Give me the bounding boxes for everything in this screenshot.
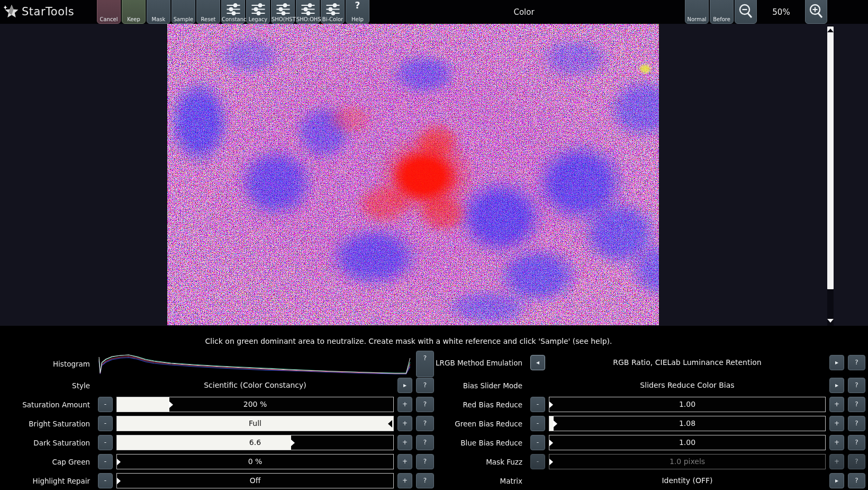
- scroll-down-icon[interactable]: [827, 319, 834, 323]
- increment-button[interactable]: +: [397, 473, 412, 488]
- toolbar-button-sho-hst[interactable]: SHO(HST): [271, 0, 295, 24]
- left-parameter-panel: Histogram ? StyleScientific (Color Const…: [0, 351, 434, 490]
- increment-button[interactable]: +: [397, 435, 412, 450]
- prev-option-button[interactable]: ◂: [530, 355, 545, 370]
- increment-button[interactable]: +: [397, 416, 412, 431]
- toolbar-button-constancy[interactable]: Constancy: [221, 0, 245, 24]
- toolbar-button-bi-color[interactable]: Bi-Color: [321, 0, 345, 24]
- decrement-button[interactable]: -: [530, 416, 545, 431]
- before-button-label: Before: [710, 16, 733, 22]
- toolbar-button-keep[interactable]: Keep: [122, 0, 146, 24]
- help-button[interactable]: ?: [848, 397, 865, 412]
- row-label: Style: [0, 381, 94, 390]
- help-button[interactable]: ?: [416, 435, 434, 450]
- slider-bright-saturation[interactable]: Full: [116, 416, 394, 431]
- module-title: Color: [476, 7, 572, 17]
- star-logo-icon: [4, 4, 20, 20]
- left-row-cap-green: Cap Green-0 %+?: [0, 454, 434, 469]
- toolbar-button-reset[interactable]: Reset: [196, 0, 220, 24]
- right-rows: LRGB Method Emulation◂RGB Ratio, CIELab …: [434, 355, 868, 488]
- slider-value: 1.08: [549, 416, 825, 431]
- toolbar-button-label: Help: [346, 16, 369, 22]
- help-button[interactable]: ?: [416, 416, 434, 431]
- slider-highlight-repair[interactable]: Off: [116, 473, 394, 488]
- select-lrgb-method-emulation[interactable]: RGB Ratio, CIELab Luminance Retention: [549, 355, 826, 370]
- zoom-out-button[interactable]: [735, 0, 757, 24]
- image-viewport: [0, 24, 868, 326]
- scroll-up-icon[interactable]: [827, 29, 834, 32]
- before-button[interactable]: Before: [710, 0, 734, 24]
- toolbar-button-sho-ohs[interactable]: SHO:OHS: [296, 0, 320, 24]
- sliders-icon: [326, 3, 340, 17]
- left-rows: StyleScientific (Color Constancy)▸?Satur…: [0, 378, 434, 488]
- help-button[interactable]: ?: [848, 378, 865, 393]
- row-label: Bias Slider Mode: [434, 381, 527, 390]
- question-icon: ?: [346, 0, 369, 11]
- help-button[interactable]: ?: [848, 473, 865, 488]
- preview-image[interactable]: [167, 24, 659, 325]
- increment-button[interactable]: +: [397, 397, 412, 412]
- row-label: Red Bias Reduce: [434, 400, 527, 409]
- slider-dark-saturation[interactable]: 6.6: [116, 435, 394, 450]
- next-option-button[interactable]: ▸: [397, 378, 412, 393]
- increment-button[interactable]: +: [829, 416, 844, 431]
- decrement-button[interactable]: -: [98, 416, 113, 431]
- increment-button[interactable]: +: [829, 435, 844, 450]
- help-button[interactable]: ?: [848, 355, 865, 370]
- normal-button[interactable]: Normal: [685, 0, 709, 24]
- help-button[interactable]: ?: [416, 397, 434, 412]
- slider-green-bias-reduce[interactable]: 1.08: [549, 416, 826, 431]
- toolbar-button-label: Legacy: [247, 16, 269, 22]
- noise-texture-overlay: [167, 24, 659, 325]
- help-button[interactable]: ?: [848, 416, 865, 431]
- vertical-scrollbar[interactable]: [827, 25, 834, 326]
- slider-saturation-amount[interactable]: 200 %: [116, 397, 394, 412]
- slider-blue-bias-reduce[interactable]: 1.00: [549, 435, 826, 450]
- slider-cap-green[interactable]: 0 %: [116, 454, 394, 469]
- toolbar-button-label: Keep: [122, 16, 145, 22]
- help-button[interactable]: ?: [416, 454, 434, 469]
- decrement-button[interactable]: -: [530, 454, 545, 469]
- scrollbar-thumb[interactable]: [827, 26, 834, 289]
- slider-value: 200 %: [117, 397, 393, 412]
- decrement-button[interactable]: -: [98, 454, 113, 469]
- toolbar-button-mask[interactable]: Mask: [147, 0, 170, 24]
- zoom-in-icon: [808, 3, 824, 21]
- select-matrix[interactable]: Identity (OFF): [549, 473, 826, 488]
- slider-mask-fuzz[interactable]: 1.0 pixels: [549, 454, 826, 469]
- decrement-button[interactable]: -: [98, 397, 113, 412]
- increment-button[interactable]: +: [829, 454, 844, 469]
- zoom-in-button[interactable]: [805, 0, 827, 24]
- sliders-icon: [276, 3, 290, 17]
- select-style[interactable]: Scientific (Color Constancy): [116, 378, 394, 393]
- slider-red-bias-reduce[interactable]: 1.00: [549, 397, 826, 412]
- next-option-button[interactable]: ▸: [829, 355, 844, 370]
- toolbar-button-cancel[interactable]: Cancel: [97, 0, 121, 24]
- help-button[interactable]: ?: [848, 454, 865, 469]
- help-button[interactable]: ?: [416, 378, 434, 393]
- toolbar-button-legacy[interactable]: Legacy: [246, 0, 270, 24]
- decrement-button[interactable]: -: [530, 435, 545, 450]
- sliders-icon: [301, 3, 315, 17]
- sliders-icon: [251, 3, 265, 17]
- decrement-button[interactable]: -: [98, 435, 113, 450]
- select-bias-slider-mode[interactable]: Sliders Reduce Color Bias: [549, 378, 826, 393]
- toolbar-button-label: Bi-Color: [321, 16, 344, 22]
- row-label: Cap Green: [0, 458, 94, 466]
- histogram-graph: [98, 351, 412, 377]
- slider-value: 6.6: [117, 435, 393, 450]
- help-button[interactable]: ?: [416, 473, 434, 488]
- help-button[interactable]: ?: [848, 435, 865, 450]
- sliders-icon: [226, 3, 240, 17]
- histogram-help-button[interactable]: ?: [416, 351, 434, 377]
- increment-button[interactable]: +: [397, 454, 412, 469]
- next-option-button[interactable]: ▸: [829, 378, 844, 393]
- next-option-button[interactable]: ▸: [829, 473, 844, 488]
- increment-button[interactable]: +: [829, 397, 844, 412]
- left-row-style: StyleScientific (Color Constancy)▸?: [0, 378, 434, 393]
- decrement-button[interactable]: -: [98, 473, 113, 488]
- toolbar-button-help[interactable]: ?Help: [346, 0, 369, 24]
- toolbar-button-sample[interactable]: Sample: [171, 0, 195, 24]
- decrement-button[interactable]: -: [530, 397, 545, 412]
- row-label: Mask Fuzz: [434, 458, 527, 466]
